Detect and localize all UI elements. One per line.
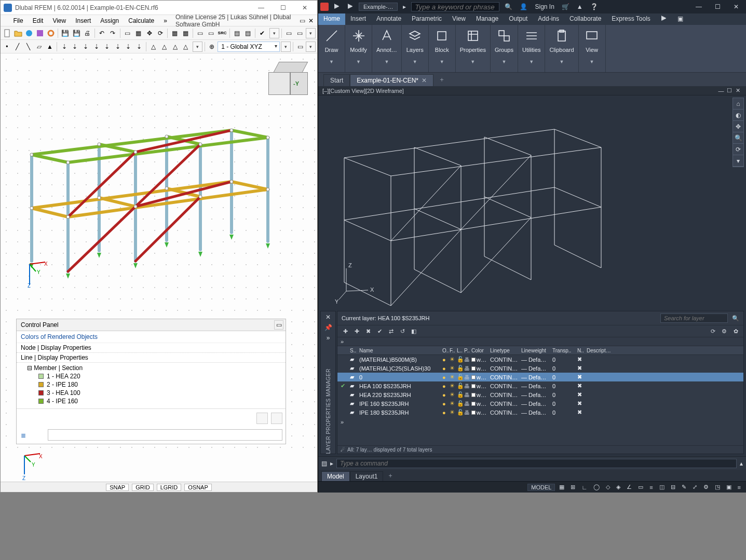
lp-lock-icon[interactable]: 🔓 bbox=[456, 356, 463, 363]
ribbon-panel-clipboard[interactable]: Clipboard ▼ bbox=[545, 25, 578, 72]
lp-lock-icon[interactable]: 🔓 bbox=[456, 383, 463, 389]
saveall-icon[interactable]: 💾 bbox=[72, 28, 82, 38]
autocad-viewport[interactable]: X Y Z ⌂ ◐ ✥ 🔍 ⟳ ▾ ✕ 📌 » LAYER PROPERTIES… bbox=[318, 95, 746, 456]
rfem-viewport[interactable]: -Y bbox=[1, 53, 317, 450]
sup1-icon[interactable]: △ bbox=[148, 42, 158, 52]
lp-lock-icon[interactable]: 🔓 bbox=[456, 409, 463, 416]
menu-pin-icon[interactable]: ▣ bbox=[672, 13, 688, 25]
lp-lock-icon[interactable]: 🔓 bbox=[456, 365, 463, 372]
print-icon[interactable]: 🖨 bbox=[83, 28, 92, 38]
redo-icon[interactable]: ↷ bbox=[108, 28, 118, 38]
lp-ltype[interactable]: CONTIN… bbox=[489, 357, 520, 363]
calc-icon[interactable]: ▭ bbox=[295, 42, 305, 52]
cp-export-icon[interactable] bbox=[271, 413, 282, 424]
menu-parametric[interactable]: Parametric bbox=[406, 13, 447, 25]
ribbon-dd-icon[interactable]: ▼ bbox=[384, 53, 389, 64]
cp-item[interactable]: 2 - IPE 180 bbox=[20, 380, 282, 389]
line-icon[interactable]: ╱ bbox=[13, 42, 23, 52]
cs-icon[interactable]: ⊕ bbox=[207, 42, 217, 52]
lp-col[interactable]: F.. bbox=[449, 348, 456, 353]
lp-newvp-icon[interactable]: ✖ bbox=[576, 365, 586, 372]
nav-zoom-icon[interactable]: 🔍 bbox=[733, 132, 743, 144]
status-snap[interactable]: SNAP bbox=[106, 484, 129, 491]
lp-color[interactable]: wh… bbox=[470, 357, 489, 363]
title-doc-tab[interactable]: Example-… bbox=[359, 3, 398, 11]
lp-col[interactable]: Name bbox=[358, 348, 441, 353]
ribbon-dd-icon[interactable]: ▼ bbox=[501, 53, 506, 64]
status-ortho-icon[interactable]: ∟ bbox=[579, 484, 589, 490]
save-icon[interactable] bbox=[35, 28, 45, 38]
lp-plot-icon[interactable]: 🖶 bbox=[463, 365, 470, 372]
ribbon-panel-view[interactable]: View ▼ bbox=[579, 25, 606, 72]
sup2-icon[interactable]: △ bbox=[159, 42, 169, 52]
lp-newvp-icon[interactable]: ✖ bbox=[576, 409, 586, 416]
lp-close-icon[interactable]: ✕ bbox=[324, 313, 332, 322]
layer-row[interactable]: ▰ 0 ● ☀ 🔓 🖶 wh… CONTIN… — Defa… 0 ✖ bbox=[337, 373, 743, 381]
status-grid-icon[interactable]: ▦ bbox=[557, 484, 566, 490]
close-button[interactable]: ✕ bbox=[295, 4, 314, 11]
layer-row[interactable]: ▰ IPE 160 $S235JRH ● ☀ 🔓 🖶 wh… CONTIN… —… bbox=[337, 399, 743, 408]
settings-icon[interactable] bbox=[46, 28, 56, 38]
status-qs-icon[interactable]: ⊟ bbox=[669, 484, 677, 490]
ribbon-dd-icon[interactable]: ▼ bbox=[440, 53, 444, 64]
sup4-icon[interactable]: △ bbox=[181, 42, 191, 52]
nav-home-icon[interactable]: ⌂ bbox=[733, 98, 743, 110]
lp-lock-icon[interactable]: 🔓 bbox=[456, 374, 463, 380]
maximize-button[interactable]: ☐ bbox=[274, 4, 292, 11]
menu-overflow[interactable]: » bbox=[159, 16, 171, 25]
grid-icon[interactable]: ▦ bbox=[170, 28, 180, 38]
tab-close-icon[interactable]: ✕ bbox=[422, 77, 427, 84]
ribbon-dd-icon[interactable]: ▼ bbox=[529, 53, 534, 64]
lp-tr[interactable]: 0 bbox=[551, 357, 576, 363]
load7-icon[interactable]: ⇣ bbox=[124, 42, 133, 52]
lp-color[interactable]: wh… bbox=[470, 409, 489, 416]
lp-on-icon[interactable]: ● bbox=[441, 365, 449, 372]
load2-icon[interactable]: ⇣ bbox=[70, 42, 80, 52]
menu-collaborate[interactable]: Collaborate bbox=[564, 13, 606, 25]
toolbar1-overflow[interactable]: ▾ bbox=[269, 28, 279, 38]
lp-plot-icon[interactable]: 🖶 bbox=[463, 357, 470, 363]
lp-newvp-icon[interactable]: ✖ bbox=[576, 400, 586, 407]
vp-close-icon[interactable]: ✕ bbox=[734, 87, 742, 94]
lp-color[interactable]: wh… bbox=[470, 401, 489, 407]
maximize-button[interactable]: ☐ bbox=[710, 3, 725, 10]
cp-apply-icon[interactable] bbox=[256, 413, 268, 424]
lp-plot-icon[interactable]: 🖶 bbox=[463, 383, 470, 389]
menu-insert[interactable]: Insert bbox=[71, 16, 95, 25]
minimize-button[interactable]: — bbox=[252, 4, 270, 11]
app-menu-icon[interactable] bbox=[3, 17, 8, 24]
lp-on-icon[interactable]: ● bbox=[441, 383, 449, 389]
lp-on-icon[interactable]: ● bbox=[441, 374, 449, 380]
number-icon[interactable]: ▭ bbox=[195, 28, 205, 38]
mdi-restore-icon[interactable]: ▭ bbox=[298, 16, 306, 26]
lp-newvp-icon[interactable]: ✖ bbox=[576, 374, 586, 380]
lp-freeze-icon[interactable]: ☀ bbox=[449, 391, 456, 398]
cp-item[interactable]: 3 - HEA 100 bbox=[20, 389, 282, 397]
lp-freeze-icon[interactable]: ☀ bbox=[449, 383, 456, 389]
lp-tr[interactable]: 0 bbox=[551, 365, 576, 372]
lp-col[interactable]: N.. bbox=[576, 348, 586, 353]
ribbon-panel-annot[interactable]: Annot… ▼ bbox=[372, 25, 402, 72]
lp-freeze-icon[interactable]: ☀ bbox=[449, 374, 456, 380]
lp-tr[interactable]: 0 bbox=[551, 409, 576, 416]
qat-left-icon[interactable]: ⯈ bbox=[332, 3, 342, 10]
lp-ltype[interactable]: CONTIN… bbox=[489, 392, 520, 398]
lp-col[interactable]: S.. bbox=[349, 348, 358, 353]
load4-icon[interactable]: ⇣ bbox=[91, 42, 101, 52]
lp-match-icon[interactable]: ⇄ bbox=[386, 326, 396, 336]
menu-insert[interactable]: Insert bbox=[345, 13, 371, 25]
help-icon[interactable]: ❔ bbox=[588, 3, 600, 10]
lp-isolate-icon[interactable]: ◧ bbox=[409, 326, 418, 336]
lp-on-icon[interactable]: ● bbox=[441, 392, 449, 398]
load5-icon[interactable]: ⇣ bbox=[102, 42, 112, 52]
layout-tab-layout1[interactable]: Layout1 bbox=[350, 471, 384, 481]
lp-newvp-icon[interactable]: ✖ bbox=[576, 356, 586, 363]
status-dyn-icon[interactable]: ▭ bbox=[636, 484, 645, 490]
nav-pan-icon[interactable]: ✥ bbox=[733, 121, 743, 132]
lp-col[interactable]: L.. bbox=[456, 348, 463, 353]
lp-lock-icon[interactable]: 🔓 bbox=[456, 391, 463, 398]
lp-plot-icon[interactable]: 🖶 bbox=[463, 374, 470, 380]
menu-home[interactable]: Home bbox=[318, 13, 345, 25]
nav-wheel-icon[interactable]: ◐ bbox=[733, 110, 743, 121]
ribbon-dd-icon[interactable]: ▼ bbox=[560, 53, 564, 64]
